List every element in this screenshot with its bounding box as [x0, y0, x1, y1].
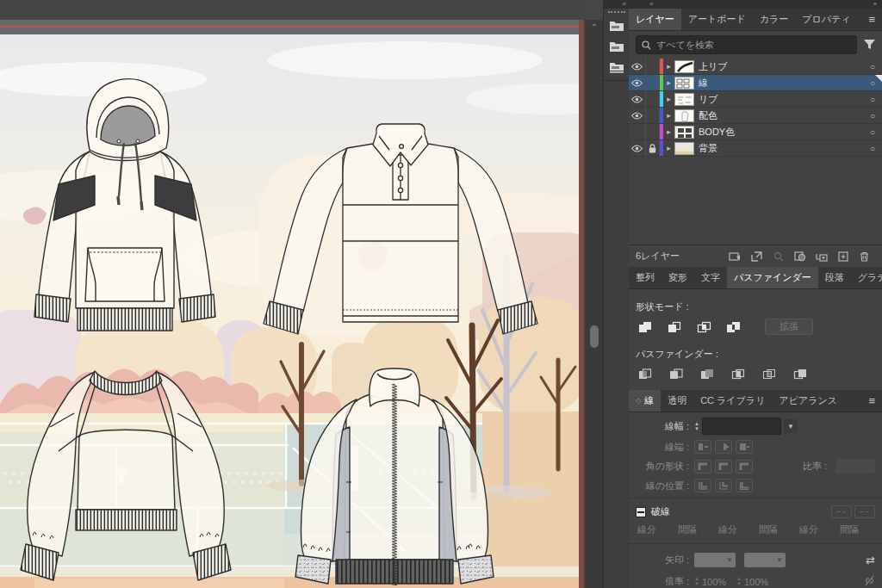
target-circle-icon[interactable]: ○ — [863, 62, 882, 71]
stroke-weight-stepper[interactable]: ▲▼ — [694, 422, 699, 431]
expand-chevron-icon[interactable]: ▸ — [663, 127, 674, 136]
tab-transparency[interactable]: 透明 — [661, 390, 693, 412]
layer-thumbnail[interactable] — [674, 142, 694, 155]
canvas-vertical-scrollbar[interactable]: ⌃ — [586, 0, 603, 588]
panel-collapse-left-icon[interactable]: « — [649, 0, 653, 9]
panel-collapse-right-icon[interactable]: » — [873, 0, 877, 9]
arrow-scale-end-input[interactable]: 100% — [744, 577, 779, 587]
tab-pathfinder[interactable]: パスファインダー — [727, 267, 818, 288]
tab-artboards[interactable]: アートボード — [681, 9, 753, 30]
lock-toggle[interactable] — [646, 140, 660, 156]
visibility-toggle[interactable] — [629, 108, 646, 123]
visibility-toggle[interactable] — [629, 75, 646, 90]
pathfinder-minus-back-button[interactable] — [791, 366, 810, 381]
visibility-toggle[interactable] — [629, 59, 646, 74]
bevel-join-button[interactable] — [736, 460, 753, 473]
search-layers-button[interactable] — [767, 251, 789, 262]
expand-chevron-icon[interactable]: ▸ — [663, 95, 674, 103]
layer-row[interactable]: ▸ 背景 ○ — [629, 140, 882, 157]
layer-name[interactable]: BODY色 — [699, 126, 863, 139]
shape-mode-unite-button[interactable] — [636, 319, 655, 335]
visibility-toggle[interactable] — [629, 140, 646, 156]
new-layer-button[interactable] — [832, 251, 854, 262]
arrowhead-start-select[interactable]: ▼ — [694, 553, 736, 567]
expand-chevron-icon[interactable]: ▸ — [663, 62, 674, 71]
align-stroke-center-button[interactable] — [694, 479, 711, 492]
layer-thumbnail[interactable] — [674, 126, 694, 139]
collect-for-export-button[interactable] — [746, 251, 767, 262]
pathfinder-crop-button[interactable] — [729, 366, 748, 381]
dock-collapse-icon[interactable]: « — [604, 0, 629, 9]
lock-toggle[interactable] — [646, 91, 660, 107]
lock-toggle[interactable] — [646, 124, 660, 139]
layer-thumbnail[interactable] — [674, 77, 694, 90]
layer-thumbnail[interactable] — [674, 109, 694, 122]
tab-gradient[interactable]: グラデーシ — [851, 267, 882, 288]
link-scale-icon[interactable] — [864, 575, 875, 588]
stroke-weight-input[interactable] — [702, 418, 781, 435]
align-stroke-outside-button[interactable] — [736, 479, 753, 492]
projecting-cap-button[interactable] — [736, 440, 753, 454]
tab-cc-libraries[interactable]: CC ライブラリ — [693, 390, 772, 412]
lock-toggle[interactable] — [646, 59, 660, 74]
scroll-up-arrow-icon[interactable]: ⌃ — [589, 23, 599, 32]
expand-chevron-icon[interactable]: ▸ — [663, 111, 674, 120]
search-input[interactable] — [656, 40, 851, 50]
delete-layer-button[interactable] — [854, 251, 875, 262]
tab-properties[interactable]: プロパティ — [795, 9, 857, 30]
tab-paragraph[interactable]: 段落 — [818, 267, 851, 288]
dock-panel-button-3[interactable] — [604, 56, 630, 77]
new-sublayer-button[interactable] — [811, 251, 832, 262]
lock-toggle[interactable] — [646, 75, 660, 90]
pathfinder-outline-button[interactable] — [760, 366, 779, 381]
layer-thumbnail[interactable] — [674, 60, 694, 73]
locate-object-button[interactable] — [724, 251, 746, 262]
target-circle-icon[interactable]: ○ — [863, 144, 882, 153]
tab-layers[interactable]: レイヤー — [629, 9, 681, 30]
tab-appearance[interactable]: アピアランス — [772, 390, 844, 412]
make-clipping-mask-button[interactable] — [789, 251, 811, 262]
layer-thumbnail[interactable] — [674, 93, 694, 106]
arrowhead-end-select[interactable]: ▼ — [744, 553, 786, 567]
arrow-scale-start-input[interactable]: 100% — [702, 577, 736, 587]
layer-name[interactable]: 線 — [699, 77, 863, 90]
layer-row[interactable]: ▸ リブ ○ — [629, 91, 882, 108]
expand-button[interactable]: 拡張 — [765, 319, 813, 335]
swap-arrowheads-icon[interactable]: ⇄ — [866, 554, 875, 566]
visibility-toggle[interactable] — [629, 91, 646, 107]
filter-icon[interactable] — [864, 40, 875, 50]
scrollbar-thumb[interactable] — [590, 325, 599, 348]
round-join-button[interactable] — [715, 460, 732, 473]
shape-mode-minus-front-button[interactable] — [665, 319, 684, 335]
miter-join-button[interactable] — [694, 460, 711, 473]
dash-preserve-button[interactable]: ⌐¬ — [831, 505, 852, 518]
layer-name[interactable]: リブ — [699, 93, 863, 106]
round-cap-button[interactable] — [715, 440, 732, 454]
butt-cap-button[interactable] — [694, 440, 711, 454]
visibility-toggle-off[interactable] — [629, 124, 646, 139]
layer-name[interactable]: 背景 — [699, 142, 863, 155]
panel-menu-icon[interactable]: ≡ — [861, 394, 882, 407]
dash-align-button[interactable]: ⌐¬ — [854, 505, 875, 518]
layer-row[interactable]: ▸ 上リブ ○ — [629, 59, 882, 75]
pathfinder-merge-button[interactable] — [698, 366, 717, 381]
tab-color[interactable]: カラー — [753, 9, 796, 30]
layer-row[interactable]: ▸ 配色 ○ — [629, 108, 882, 124]
target-circle-icon[interactable]: ○ — [863, 111, 882, 121]
tab-transform[interactable]: 変形 — [662, 267, 694, 288]
target-circle-icon[interactable]: ○ — [863, 127, 882, 137]
panel-collapse-diamond-icon[interactable]: ◇ — [636, 397, 641, 405]
tab-align[interactable]: 整列 — [629, 267, 662, 288]
lock-toggle[interactable] — [646, 108, 660, 123]
pathfinder-divide-button[interactable] — [636, 366, 655, 381]
dock-panel-button-2[interactable] — [604, 35, 630, 56]
pathfinder-trim-button[interactable] — [667, 366, 686, 381]
target-circle-icon[interactable]: ○ — [863, 95, 882, 104]
shape-mode-intersect-button[interactable] — [694, 319, 713, 335]
expand-chevron-icon[interactable]: ▸ — [663, 78, 674, 87]
layers-search-field[interactable] — [636, 35, 857, 54]
layer-row[interactable]: ▸ BODY色 ○ — [629, 124, 882, 140]
layer-name[interactable]: 上リブ — [699, 60, 863, 73]
panel-menu-icon[interactable]: ≡ — [861, 13, 882, 26]
stroke-weight-dropdown-icon[interactable]: ▼ — [784, 419, 798, 433]
